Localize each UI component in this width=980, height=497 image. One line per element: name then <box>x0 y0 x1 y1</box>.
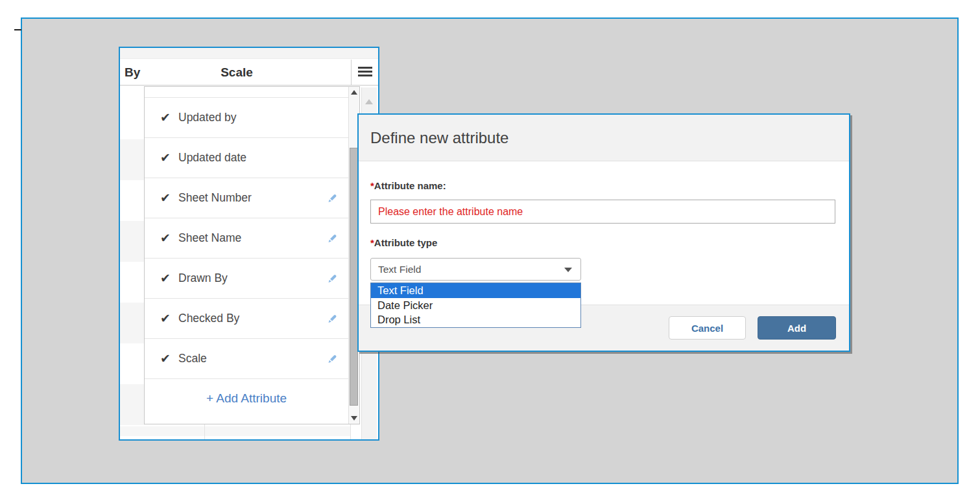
check-icon: ✔ <box>160 231 178 246</box>
pencil-icon[interactable] <box>326 192 338 204</box>
menu-item-scale[interactable]: ✔ Scale <box>145 339 348 379</box>
menu-item-sheet-name[interactable]: ✔ Sheet Name <box>145 218 348 259</box>
menu-item-drawn-by[interactable]: ✔ Drawn By <box>145 259 348 299</box>
option-drop-list[interactable]: Drop List <box>371 312 580 327</box>
pencil-icon[interactable] <box>326 273 338 284</box>
check-icon: ✔ <box>160 271 178 286</box>
table-grid-line <box>204 424 205 439</box>
add-attribute-button[interactable]: + Add Attribute <box>145 379 348 418</box>
pencil-icon[interactable] <box>326 353 338 365</box>
cancel-button[interactable]: Cancel <box>669 316 746 340</box>
menu-clipped-row <box>145 87 348 98</box>
check-icon: ✔ <box>160 110 178 125</box>
table-header-row: By Scale <box>120 60 378 86</box>
attribute-name-label: *Attribute name: <box>370 180 446 191</box>
dialog-title: Define new attribute <box>370 115 508 161</box>
menu-item-updated-by[interactable]: ✔ Updated by <box>145 98 348 138</box>
pencil-icon[interactable] <box>326 313 338 325</box>
check-icon: ✔ <box>160 311 178 326</box>
column-menu: ✔ Updated by ✔ Updated date ✔ Sheet Numb… <box>144 86 360 424</box>
table-grid-line <box>350 424 351 439</box>
scroll-down-icon[interactable] <box>349 413 359 424</box>
scroll-up-icon[interactable] <box>365 99 373 104</box>
panel-top-strip <box>120 48 378 59</box>
check-icon: ✔ <box>160 191 178 205</box>
option-text-field[interactable]: Text Field <box>371 283 580 298</box>
attribute-type-select[interactable]: Text Field <box>370 258 581 281</box>
caret-down-icon <box>564 268 572 272</box>
attribute-type-label: *Attribute type <box>370 237 437 248</box>
table-row <box>120 426 351 436</box>
define-attribute-dialog: Define new attribute *Attribute name: *A… <box>357 113 850 352</box>
dialog-body: *Attribute name: *Attribute type Text Fi… <box>359 162 849 305</box>
check-icon: ✔ <box>160 150 178 165</box>
add-button[interactable]: Add <box>758 316 836 340</box>
pencil-icon[interactable] <box>326 233 338 244</box>
menu-item-sheet-number[interactable]: ✔ Sheet Number <box>145 178 348 218</box>
menu-item-checked-by[interactable]: ✔ Checked By <box>145 299 348 339</box>
column-header-scale: Scale <box>146 60 328 85</box>
option-date-picker[interactable]: Date Picker <box>371 298 580 313</box>
edge-tick-mark <box>14 29 21 30</box>
check-icon: ✔ <box>160 351 178 366</box>
dialog-header: Define new attribute <box>359 115 849 161</box>
header-divider <box>351 60 352 85</box>
column-header-by: By <box>125 60 140 85</box>
table-row-stripes <box>120 98 145 426</box>
select-value: Text Field <box>378 259 421 280</box>
attribute-name-input[interactable] <box>370 200 835 224</box>
scroll-up-icon[interactable] <box>349 87 359 98</box>
menu-item-updated-date[interactable]: ✔ Updated date <box>145 138 348 178</box>
hamburger-icon[interactable] <box>358 67 372 78</box>
attribute-type-options: Text Field Date Picker Drop List <box>370 283 581 328</box>
